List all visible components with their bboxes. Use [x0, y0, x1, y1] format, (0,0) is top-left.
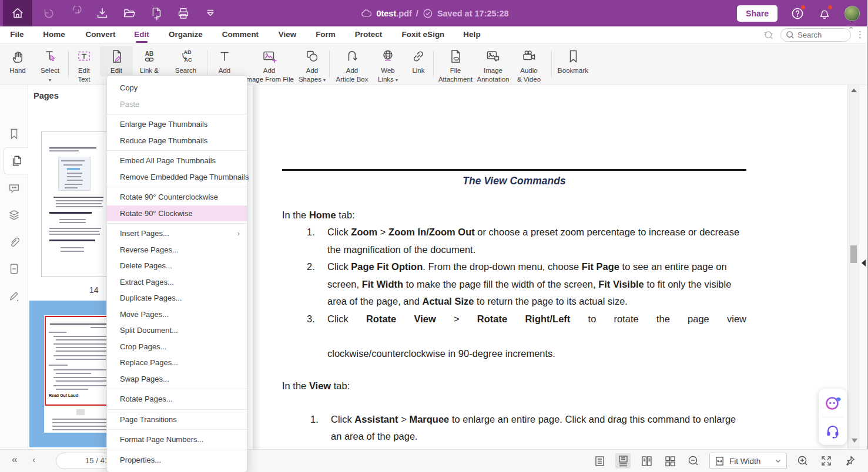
menu-file[interactable]: File	[10, 26, 24, 43]
facing-view-button[interactable]	[639, 453, 654, 468]
more-options-icon[interactable]: ⋮	[856, 29, 864, 40]
intro-home-tab: In the Home tab:	[282, 207, 746, 224]
rail-destinations[interactable]	[0, 255, 28, 282]
vertical-scrollbar[interactable]	[847, 85, 859, 449]
continuous-facing-view-button[interactable]	[662, 453, 678, 468]
bookmark-icon	[565, 48, 581, 65]
ctx-extract-pages[interactable]: Extract Pages...	[107, 274, 247, 291]
ctx-reduce-thumbnails[interactable]: Reduce Page Thumbnails	[107, 133, 247, 149]
search-history-icon[interactable]	[762, 29, 777, 41]
rail-pages[interactable]	[4, 147, 28, 174]
menu-protect[interactable]: Protect	[355, 26, 383, 43]
rail-comments[interactable]	[0, 174, 28, 201]
rail-signatures[interactable]	[0, 282, 28, 309]
menu-form[interactable]: Form	[316, 26, 336, 43]
ctx-insert-pages[interactable]: Insert Pages...›	[107, 225, 247, 242]
ctx-split-document[interactable]: Split Document...	[107, 322, 247, 339]
redo-icon[interactable]	[68, 6, 83, 21]
menu-organize[interactable]: Organize	[169, 26, 203, 43]
fullscreen-button[interactable]	[819, 453, 834, 468]
ctx-replace-pages[interactable]: Replace Pages...	[107, 355, 247, 371]
ctx-remove-embedded-thumbnails[interactable]: Remove Embedded Page Thumbnails	[107, 169, 247, 186]
ctx-embed-thumbnails[interactable]: Embed All Page Thumbnails	[107, 153, 247, 169]
tool-hand[interactable]: Hand	[1, 46, 34, 76]
previous-page-icon[interactable]: ‹	[32, 454, 35, 464]
ctx-move-pages[interactable]: Move Pages...	[107, 306, 247, 323]
help-button[interactable]	[790, 6, 805, 21]
ctx-crop-pages[interactable]: Crop Pages...	[107, 339, 247, 355]
ctx-swap-pages[interactable]: Swap Pages...	[107, 371, 247, 387]
customize-toolbar-icon[interactable]	[203, 6, 218, 21]
tool-bookmark[interactable]: Bookmark	[546, 46, 600, 76]
search-replace-icon: ABAC	[177, 48, 194, 65]
scrollbar-thumb[interactable]	[850, 245, 857, 263]
tool-add-shapes[interactable]: AddShapes ▾	[296, 46, 329, 86]
single-page-view-button[interactable]	[592, 453, 607, 468]
user-avatar[interactable]	[844, 6, 860, 21]
ctx-page-transitions[interactable]: Page Transitions	[107, 412, 247, 428]
menu-edit[interactable]: Edit	[134, 26, 149, 43]
ctx-reverse-pages[interactable]: Reverse Pages...	[107, 242, 247, 258]
fit-mode-select[interactable]: Fit Width	[709, 453, 787, 469]
ctx-paste[interactable]: Paste	[107, 96, 247, 113]
menu-home[interactable]: Home	[43, 26, 65, 43]
zoom-in-button[interactable]	[795, 453, 810, 468]
tool-audio-video[interactable]: Audio& Video	[512, 46, 545, 85]
notifications-button[interactable]	[817, 6, 832, 21]
support-button[interactable]	[819, 417, 847, 446]
first-page-icon[interactable]: «	[12, 454, 16, 466]
tool-web-links[interactable]: WebLinks ▾	[371, 46, 404, 86]
ctx-copy[interactable]: Copy	[107, 80, 247, 96]
ctx-rotate-ccw[interactable]: Rotate 90° Counterclockwise	[107, 189, 247, 205]
tool-add-text[interactable]: Add	[208, 46, 241, 76]
menu-help[interactable]: Help	[463, 26, 480, 43]
continuous-view-button[interactable]	[615, 453, 631, 468]
menu-comment[interactable]: Comment	[222, 26, 259, 43]
scroll-up-icon[interactable]	[851, 89, 857, 92]
rail-bookmarks[interactable]	[0, 120, 28, 147]
submenu-arrow-icon: ›	[237, 225, 240, 242]
tool-search-replace[interactable]: ABAC Search	[169, 46, 202, 76]
help-notification-dot	[801, 5, 805, 9]
ctx-rotate-pages[interactable]: Rotate Pages...	[107, 391, 247, 407]
collapse-panel-handle-icon[interactable]	[862, 259, 866, 267]
ctx-rotate-cw[interactable]: Rotate 90° Clockwise	[107, 205, 247, 222]
tool-edit-object[interactable]: Edit	[100, 46, 133, 76]
search-icon	[786, 31, 795, 39]
rail-attachments[interactable]	[0, 228, 28, 255]
menu-foxit-esign[interactable]: Foxit eSign	[402, 26, 445, 43]
web-links-icon	[380, 48, 396, 65]
page-14-thumbnail[interactable]	[41, 132, 110, 277]
search-box[interactable]	[780, 28, 851, 42]
menu-view[interactable]: View	[279, 26, 297, 43]
undo-icon[interactable]	[41, 6, 56, 21]
file-name: 0test	[376, 9, 396, 18]
home-button[interactable]	[3, 0, 32, 26]
create-pdf-icon[interactable]	[149, 6, 164, 21]
tool-link-join-text[interactable]: AB Link &	[133, 46, 166, 76]
link-join-text-icon: AB	[141, 48, 157, 65]
open-folder-icon[interactable]	[122, 6, 137, 21]
fit-dropdown-chevron-icon	[775, 457, 782, 464]
collapse-ribbon-icon[interactable]: ⌃	[848, 26, 854, 34]
pin-toolbar-button[interactable]	[842, 453, 857, 468]
save-icon[interactable]	[95, 6, 110, 21]
tool-select[interactable]: Select▾	[33, 46, 66, 86]
ai-assistant-button[interactable]	[819, 389, 847, 417]
document-view[interactable]: The View Commands In the Home tab: 1. Cl…	[253, 85, 847, 449]
ctx-properties[interactable]: Properties...	[107, 452, 247, 468]
rail-layers[interactable]	[0, 201, 28, 228]
ctx-enlarge-thumbnails[interactable]: Enlarge Page Thumbnails	[107, 116, 247, 133]
search-input[interactable]	[797, 31, 844, 39]
assistant-collapse-icon[interactable]	[852, 439, 857, 443]
menu-convert[interactable]: Convert	[85, 26, 115, 43]
ctx-duplicate-pages[interactable]: Duplicate Pages...	[107, 290, 247, 306]
ctx-delete-pages[interactable]: Delete Pages...	[107, 258, 247, 274]
tool-edit-text[interactable]: EditText	[68, 46, 100, 85]
print-icon[interactable]	[176, 6, 191, 21]
zoom-out-button[interactable]	[686, 453, 701, 468]
share-button[interactable]: Share	[737, 5, 777, 22]
link-icon	[410, 48, 427, 65]
ctx-format-page-numbers[interactable]: Format Page Numbers...	[107, 431, 247, 448]
tool-add-image[interactable]: AddImage From File	[242, 46, 296, 85]
